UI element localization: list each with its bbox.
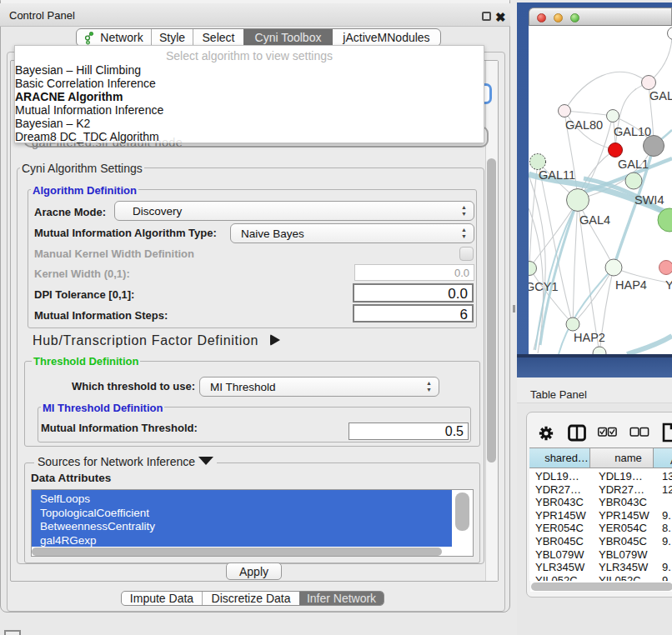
svg-text:YM: YM <box>665 278 672 292</box>
svg-text:GAL10: GAL10 <box>614 125 651 138</box>
svg-text:HAP4: HAP4 <box>615 278 647 292</box>
svg-text:GAL1: GAL1 <box>618 158 649 171</box>
svg-text:GCY1: GCY1 <box>529 280 559 293</box>
svg-text:HAP2: HAP2 <box>574 331 605 344</box>
svg-text:GAL11: GAL11 <box>539 168 575 182</box>
svg-text:SWI4: SWI4 <box>634 193 664 207</box>
svg-text:GAL7: GAL7 <box>649 89 672 102</box>
svg-text:GAL4: GAL4 <box>579 213 610 227</box>
svg-text:GAL80: GAL80 <box>565 118 603 132</box>
